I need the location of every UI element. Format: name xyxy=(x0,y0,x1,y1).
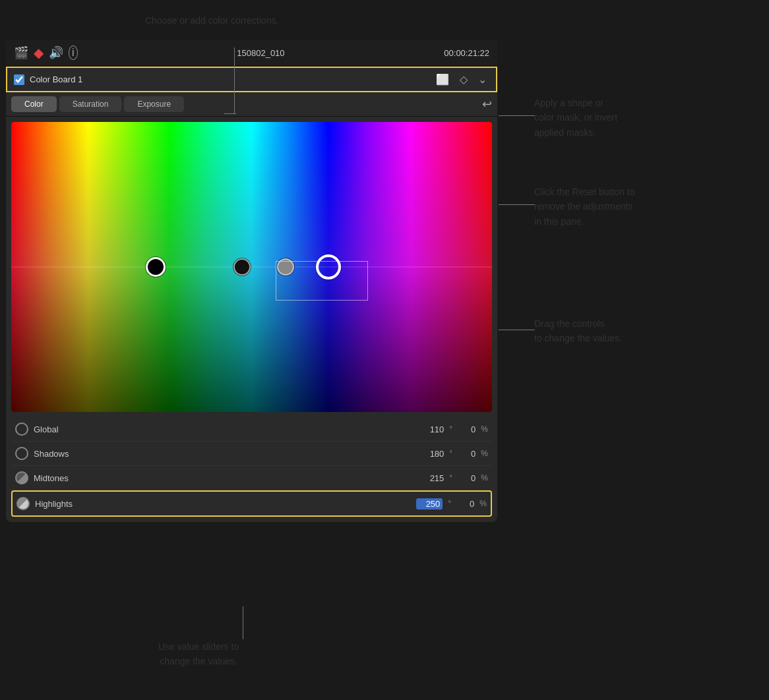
right-top-callout: Apply a shape orcolor mask, or invertapp… xyxy=(534,96,617,140)
bottom-callout-line xyxy=(243,606,243,639)
shadows-pct-sign: % xyxy=(481,449,488,458)
effect-dropdown-button[interactable]: ⌄ xyxy=(476,72,489,87)
right-middle-hline xyxy=(499,204,535,205)
tab-exposure[interactable]: Exposure xyxy=(124,96,184,112)
top-callout: Choose or add color corrections. xyxy=(145,13,278,28)
right-top-hline xyxy=(499,115,535,116)
midtones-angle-unit: ° xyxy=(449,473,457,482)
midtones-label: Midtones xyxy=(34,473,412,483)
global-label: Global xyxy=(34,424,412,434)
shadows-percent-value[interactable]: 0 xyxy=(462,449,476,459)
audio-icon[interactable]: 🔊 xyxy=(49,45,63,60)
highlights-angle-value[interactable]: 250 xyxy=(416,498,443,510)
film-icon[interactable]: 🎬 xyxy=(14,45,28,60)
top-callout-line xyxy=(234,47,235,113)
shadows-slider-row: Shadows 180 ° 0 % xyxy=(11,442,492,466)
tabs-row: Color Saturation Exposure ↩ xyxy=(6,92,497,117)
highlights-icon xyxy=(16,497,30,510)
right-middle-callout: Click the Reset button toremove the adju… xyxy=(534,185,635,229)
toolbar: 🎬 ◆ 🔊 i 150802_010 00:00:21:22 xyxy=(6,40,497,67)
global-puck[interactable] xyxy=(146,257,166,277)
midtones-icon xyxy=(15,471,28,484)
highlights-slider-row: Highlights 250 ° 0 % xyxy=(11,490,492,517)
color-mask-button[interactable]: ◇ xyxy=(457,72,470,87)
shadows-label: Shadows xyxy=(34,449,412,459)
shape-mask-button[interactable]: ⬜ xyxy=(433,72,452,87)
shadows-angle-value[interactable]: 180 xyxy=(417,449,444,459)
clip-title: 150802_010 xyxy=(84,48,438,58)
global-pct-sign: % xyxy=(481,424,488,434)
reset-button[interactable]: ↩ xyxy=(482,97,492,111)
right-bottom-callout: Drag the controlsto change the values. xyxy=(534,316,622,346)
midtones-percent-value[interactable]: 0 xyxy=(462,473,476,483)
highlights-pct-sign: % xyxy=(479,499,487,508)
highlights-angle-unit: ° xyxy=(448,499,456,508)
highlights-percent-value[interactable]: 0 xyxy=(461,499,474,509)
highlights-puck[interactable] xyxy=(316,254,341,279)
effect-row: Color Board 1 ⬜ ◇ ⌄ xyxy=(6,67,497,92)
color-board-panel: 🎬 ◆ 🔊 i 150802_010 00:00:21:22 Color Boa… xyxy=(6,40,497,522)
global-percent-value[interactable]: 0 xyxy=(462,424,476,434)
effect-checkbox[interactable] xyxy=(14,74,24,85)
highlights-label: Highlights xyxy=(35,499,411,509)
midtones-pct-sign: % xyxy=(481,473,488,482)
global-angle-value[interactable]: 110 xyxy=(417,424,444,434)
shadows-icon xyxy=(15,447,28,460)
tab-color[interactable]: Color xyxy=(11,96,57,112)
global-angle-unit: ° xyxy=(449,424,457,434)
global-icon xyxy=(15,423,28,436)
midtones-slider-row: Midtones 215 ° 0 % xyxy=(11,466,492,490)
shadows-angle-unit: ° xyxy=(449,449,457,458)
bottom-callout: Use value sliders tochange the values. xyxy=(158,639,239,669)
toolbar-icons: 🎬 ◆ 🔊 i xyxy=(14,45,78,61)
neutral-line xyxy=(11,267,492,268)
info-icon[interactable]: i xyxy=(69,45,78,60)
color-wheel-icon[interactable]: ◆ xyxy=(34,45,44,61)
tab-saturation[interactable]: Saturation xyxy=(59,96,122,112)
top-callout-hline xyxy=(224,113,236,114)
sliders-section: Global 110 ° 0 % Shadows 180 ° 0 % Midto… xyxy=(6,417,497,522)
clip-time: 00:00:21:22 xyxy=(444,48,489,58)
midtones-angle-value[interactable]: 215 xyxy=(417,473,444,483)
right-bottom-hline xyxy=(499,330,535,330)
shadows-puck[interactable] xyxy=(233,258,251,276)
midtones-puck[interactable] xyxy=(277,258,294,276)
color-board[interactable] xyxy=(11,122,492,412)
global-slider-row: Global 110 ° 0 % xyxy=(11,417,492,442)
effect-name[interactable]: Color Board 1 xyxy=(30,74,428,84)
